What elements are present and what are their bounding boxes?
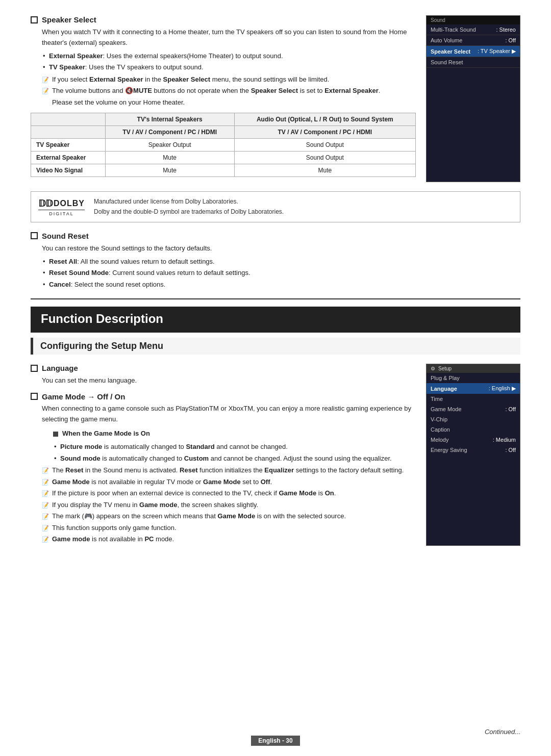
table-sub2: TV / AV / Component / PC / HDMI — [234, 126, 415, 139]
game-note-icon-5: 📝 — [42, 512, 49, 521]
row-col1-external-speaker: Mute — [105, 152, 234, 164]
table-col0-header — [31, 113, 106, 126]
row-label-no-signal: Video No Signal — [31, 164, 106, 177]
setup-row-melody: Melody : Medium — [427, 435, 520, 445]
note-icon-2: 📝 — [42, 87, 49, 96]
row-col2-no-signal: Mute — [234, 164, 415, 177]
setup-row-language: Language : English ▶ — [427, 383, 520, 394]
tv-menu-row-speaker-select: Speaker Select : TV Speaker ▶ — [427, 46, 520, 57]
table-col2-header: Audio Out (Optical, L / R Out) to Sound … — [234, 113, 415, 126]
speaker-select-body: When you watch TV with it connecting to … — [42, 27, 416, 108]
note-indent: Please set the volume on your Home theat… — [52, 97, 416, 108]
setup-menu: ⚙ Setup Plug & Play Language : English ▶… — [426, 364, 520, 546]
setup-label: Setup — [438, 366, 452, 371]
configuring-heading: Configuring the Setup Menu — [31, 338, 520, 355]
tv-menu-row-autovolume: Auto Volume : Off — [427, 35, 520, 46]
continued-text: Continued... — [485, 728, 520, 736]
language-text: You can set the menu language. — [42, 375, 416, 386]
speaker-select-bullets: External Speaker: Uses the external spea… — [42, 51, 416, 72]
bullet-reset-all: Reset All: All the sound values return t… — [42, 257, 520, 267]
setup-row-game-mode: Game Mode : Off — [427, 404, 520, 414]
setup-row-plug-play: Plug & Play — [427, 373, 520, 383]
note-2: 📝 The volume buttons and 🔇MUTE buttons d… — [42, 86, 416, 96]
when-game-on-bullets: Picture mode is automatically changed to… — [53, 442, 416, 463]
function-description-heading: Function Description — [31, 307, 520, 331]
setup-row-time: Time — [427, 394, 520, 404]
tv-menu-row-sound-reset: Sound Reset — [427, 57, 520, 68]
speaker-select-intro: When you watch TV with it connecting to … — [42, 27, 416, 48]
game-note-icon-2: 📝 — [42, 478, 49, 487]
game-note-6: 📝 This function supports only game funct… — [42, 523, 416, 533]
language-header: Language — [31, 364, 416, 372]
tv-menu-row-multitrack: Multi-Track Sound : Stereo — [427, 24, 520, 35]
game-mode-checkbox — [31, 393, 38, 400]
tv-menu-sound: Sound Multi-Track Sound : Stereo Auto Vo… — [426, 15, 520, 182]
setup-row-vchip: V-Chip — [427, 414, 520, 424]
table-sub0 — [31, 126, 106, 139]
when-game-on-header: When the Game Mode is On — [53, 429, 416, 439]
language-title: Language — [42, 364, 78, 372]
bullet-sound-mode: Sound mode is automatically changed to C… — [53, 453, 416, 464]
dolby-line2: Dolby and the double-D symbol are tradem… — [94, 207, 284, 217]
game-note-icon-3: 📝 — [42, 489, 49, 498]
bottom-section: Language You can set the menu language. … — [31, 364, 520, 546]
game-mode-title: Game Mode → Off / On — [42, 392, 125, 401]
tv-menu-category: Sound — [431, 17, 445, 23]
speaker-table: TV's Internal Speakers Audio Out (Optica… — [31, 113, 416, 177]
dolby-logo: 𝔻𝔻 DOLBY DIGITAL — [38, 198, 85, 216]
language-body: You can set the menu language. — [42, 375, 416, 386]
game-mode-intro: When connecting to a game console such a… — [42, 404, 416, 425]
speaker-select-content: Speaker Select When you watch TV with it… — [31, 15, 416, 182]
note-icon-1: 📝 — [42, 75, 49, 85]
game-note-icon-6: 📝 — [42, 524, 49, 533]
bullet-picture-mode: Picture mode is automatically changed to… — [53, 442, 416, 452]
speaker-select-checkbox — [31, 16, 38, 23]
row-col2-tv-speaker: Sound Output — [234, 139, 415, 152]
section-divider — [31, 298, 520, 299]
table-row-external-speaker: External Speaker Mute Sound Output — [31, 152, 416, 164]
when-game-on-title: When the Game Mode is On — [62, 429, 150, 439]
row-col1-no-signal: Mute — [105, 164, 234, 177]
bottom-content: Language You can set the menu language. … — [31, 364, 416, 546]
speaker-select-section: Speaker Select When you watch TV with it… — [31, 15, 520, 182]
row-col1-tv-speaker: Speaker Output — [105, 139, 234, 152]
setup-row-caption: Caption — [427, 424, 520, 435]
game-note-icon-4: 📝 — [42, 501, 49, 510]
game-mode-body: When connecting to a game console such a… — [42, 404, 416, 544]
footer-page-label: English - 30 — [251, 736, 299, 746]
game-mode-sub: When the Game Mode is On Picture mode is… — [53, 429, 416, 463]
table-row-no-signal: Video No Signal Mute Mute — [31, 164, 416, 177]
sound-reset-bullets: Reset All: All the sound values return t… — [42, 257, 520, 290]
game-note-4: 📝 If you display the TV menu in Game mod… — [42, 500, 416, 510]
sound-reset-intro: You can restore the Sound settings to th… — [42, 243, 520, 254]
game-note-icon-1: 📝 — [42, 466, 49, 475]
setup-row-energy-saving: Energy Saving : Off — [427, 445, 520, 455]
dolby-digital-label: DIGITAL — [38, 210, 85, 216]
language-checkbox — [31, 365, 38, 372]
speaker-select-header: Speaker Select — [31, 15, 416, 24]
game-note-7: 📝 Game mode is not available in PC mode. — [42, 534, 416, 544]
game-note-icon-7: 📝 — [42, 535, 49, 544]
square-icon — [53, 432, 58, 437]
setup-menu-header: ⚙ Setup — [427, 364, 520, 373]
tv-menu-header: Sound — [427, 16, 520, 24]
dolby-box: 𝔻𝔻 DOLBY DIGITAL Manufactured under lice… — [31, 191, 520, 222]
footer: English - 30 — [0, 736, 551, 746]
game-note-2: 📝 Game Mode is not available in regular … — [42, 477, 416, 487]
table-col1-header: TV's Internal Speakers — [105, 113, 234, 126]
heading-underline — [31, 331, 520, 333]
row-label-external-speaker: External Speaker — [31, 152, 106, 164]
sound-reset-body: You can restore the Sound settings to th… — [42, 243, 520, 289]
table-row-tv-speaker: TV Speaker Speaker Output Sound Output — [31, 139, 416, 152]
game-note-1: 📝 The Reset in the Sound menu is activat… — [42, 465, 416, 475]
sound-reset-section: Sound Reset You can restore the Sound se… — [31, 232, 520, 289]
dolby-line1: Manufactured under license from Dolby La… — [94, 197, 284, 207]
game-note-5: 📝 The mark (🎮) appears on the screen whi… — [42, 511, 416, 521]
row-label-tv-speaker: TV Speaker — [31, 139, 106, 152]
note-1: 📝 If you select External Speaker in the … — [42, 74, 416, 85]
dolby-text: Manufactured under license from Dolby La… — [94, 197, 284, 216]
sound-reset-header: Sound Reset — [31, 232, 520, 240]
game-note-3: 📝 If the picture is poor when an externa… — [42, 488, 416, 498]
game-mode-header: Game Mode → Off / On — [31, 392, 416, 401]
sound-reset-checkbox — [31, 232, 38, 239]
